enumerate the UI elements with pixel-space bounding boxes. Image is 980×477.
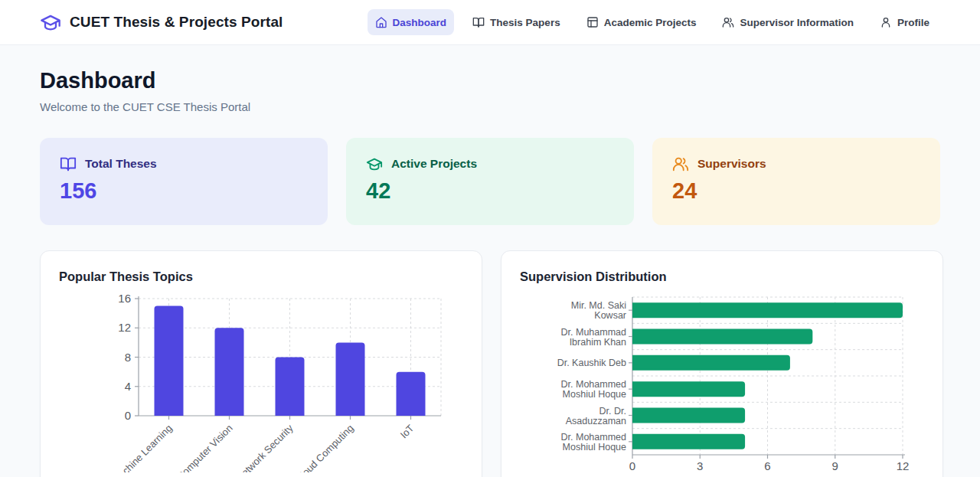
svg-text:Mir. Md. Saki: Mir. Md. Saki [571,300,626,311]
stat-value: 42 [366,178,614,204]
svg-text:Moshiul Hoque: Moshiul Hoque [563,389,626,400]
nav-item-dashboard[interactable]: Dashboard [368,9,455,35]
chart-card-supervision-distribution: Supervision Distribution 036912Mir. Md. … [501,250,943,477]
svg-text:Dr. Kaushik Deb: Dr. Kaushik Deb [557,358,626,368]
nav-item-academic-projects[interactable]: Academic Projects [579,9,704,35]
top-nav-bar: CUET Thesis & Projects Portal Dashboard … [0,0,980,45]
main-nav: Dashboard Thesis Papers Academic Project… [368,9,937,35]
stat-value: 24 [672,178,920,204]
stat-card-total-theses: Total Theses 156 [40,138,328,225]
users-icon [672,155,689,172]
nav-label: Thesis Papers [490,17,560,28]
svg-text:Machine Learning: Machine Learning [110,423,175,472]
svg-text:Dr. Dr.: Dr. Dr. [599,406,626,417]
stat-card-active-projects: Active Projects 42 [346,138,634,225]
stat-label: Supervisors [697,157,766,171]
nav-label: Supervisor Information [740,17,854,28]
svg-text:3: 3 [697,459,703,472]
page-subtitle: Welcome to the CUET CSE Thesis Portal [40,100,940,113]
stat-card-supervisors: Supervisors 24 [652,138,940,225]
brand: CUET Thesis & Projects Portal [40,11,283,33]
svg-text:Asaduzzaman: Asaduzzaman [566,416,626,426]
svg-text:Dr. Muhammad: Dr. Muhammad [561,327,626,338]
svg-text:9: 9 [832,459,838,472]
layout-grid-icon [586,16,599,28]
brand-title: CUET Thesis & Projects Portal [70,14,283,31]
dashboard-page: Dashboard Welcome to the CUET CSE Thesis… [0,68,980,477]
svg-text:Computer Vision: Computer Vision [175,423,234,472]
bar-chart-canvas: 0481216Machine LearningComputer VisionNe… [59,292,463,472]
chart-card-popular-thesis-topics: Popular Thesis Topics 0481216Machine Lea… [40,250,482,477]
charts-row: Popular Thesis Topics 0481216Machine Lea… [40,250,940,477]
nav-label: Academic Projects [604,17,697,28]
stat-label: Total Theses [85,157,157,171]
book-open-icon [472,16,485,28]
stat-value: 156 [60,178,308,204]
svg-text:Cloud Computing: Cloud Computing [293,423,356,472]
chart-title: Supervision Distribution [520,270,924,284]
stats-row: Total Theses 156 Active Projects 42 [40,138,940,225]
nav-item-supervisor-information[interactable]: Supervisor Information [714,9,861,35]
svg-text:Network Security: Network Security [234,422,296,472]
svg-text:Dr. Mohammed: Dr. Mohammed [561,432,626,443]
svg-text:Ibrahim Khan: Ibrahim Khan [570,337,626,348]
horizontal-bar-chart-canvas: 036912Mir. Md. SakiKowsarDr. MuhammadIbr… [520,292,924,472]
graduation-cap-icon [40,11,61,33]
nav-label: Profile [897,17,929,28]
svg-text:12: 12 [118,321,131,334]
home-icon [375,16,387,28]
svg-text:16: 16 [118,292,131,305]
page-title: Dashboard [40,68,940,93]
book-open-icon [60,155,77,172]
users-icon [722,16,734,28]
svg-text:12: 12 [897,459,910,472]
svg-text:0: 0 [629,459,635,472]
nav-label: Dashboard [393,17,447,28]
svg-text:6: 6 [764,459,770,472]
svg-text:Dr. Mohammed: Dr. Mohammed [561,379,626,390]
svg-text:Moshiul Hoque: Moshiul Hoque [563,442,626,452]
nav-item-profile[interactable]: Profile [872,9,937,35]
svg-text:IoT: IoT [398,422,416,440]
svg-text:0: 0 [125,409,131,422]
nav-item-thesis-papers[interactable]: Thesis Papers [465,9,568,35]
graduation-cap-icon [366,155,383,172]
svg-text:Kowsar: Kowsar [594,310,626,321]
svg-text:4: 4 [125,380,131,393]
svg-text:8: 8 [125,351,131,364]
chart-title: Popular Thesis Topics [59,270,463,284]
user-icon [880,16,892,28]
stat-label: Active Projects [391,157,477,171]
